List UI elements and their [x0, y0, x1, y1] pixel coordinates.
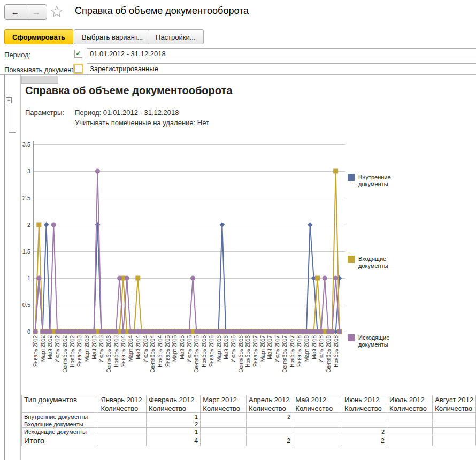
x-axis-tick-label: Январь 2014 [120, 335, 126, 367]
x-axis-tick-label: Ноябрь 2013 [113, 335, 119, 367]
x-axis-tick-label: Ноябрь 2017 [289, 335, 295, 367]
data-point-circle [113, 329, 118, 334]
value-cell[interactable] [293, 428, 342, 435]
data-point-circle [95, 169, 100, 174]
subcolumn-header[interactable]: Количество [293, 404, 342, 413]
value-cell[interactable]: 2 [246, 435, 293, 446]
params-label: Параметры: [25, 109, 64, 117]
x-axis-tick-label: Март 2018 [304, 335, 310, 362]
report-top-separator [0, 74, 476, 75]
value-cell[interactable] [293, 435, 342, 446]
value-cell[interactable]: 2 [147, 420, 201, 428]
value-cell[interactable]: 1 [147, 413, 201, 420]
period-input[interactable] [87, 48, 476, 59]
value-cell[interactable] [387, 435, 433, 446]
value-cell[interactable] [246, 420, 293, 428]
choose-variant-button[interactable]: Выбрать вариант... [74, 29, 151, 44]
x-axis-tick-label: Март 2017 [260, 335, 266, 362]
value-cell[interactable] [201, 413, 247, 420]
x-axis-tick-label: Январь 2018 [296, 335, 302, 367]
group-bracket [9, 103, 16, 133]
legend-label: Входящие [358, 256, 386, 262]
column-header[interactable]: Январь 2012 [98, 395, 147, 404]
data-point-circle [319, 329, 324, 334]
y-axis-tick-label: 1 [27, 275, 30, 281]
value-cell[interactable]: 2 [246, 413, 293, 420]
x-axis-tick-label: Январь 2015 [165, 335, 171, 367]
value-cell[interactable] [433, 435, 476, 446]
row-label[interactable]: Внутренние документы [22, 413, 98, 420]
value-cell[interactable] [246, 428, 293, 435]
settings-button[interactable]: Настройки... [148, 29, 204, 44]
generate-button[interactable]: Сформировать [4, 29, 73, 44]
x-axis-tick-label: Сентябрь 2014 [150, 335, 156, 373]
column-header[interactable]: Август 2012 [433, 395, 476, 404]
subcolumn-header[interactable]: Количество [387, 404, 433, 413]
value-cell[interactable] [387, 420, 433, 428]
column-header[interactable]: Апрель 2012 [246, 395, 293, 404]
column-header[interactable]: Февраль 2012 [147, 395, 201, 404]
column-header[interactable]: Март 2012 [201, 395, 247, 404]
value-cell[interactable] [293, 420, 342, 428]
value-cell[interactable] [293, 413, 342, 420]
value-cell[interactable] [98, 428, 147, 435]
x-axis-tick-label: Июль 2018 [318, 335, 324, 363]
row-label[interactable]: Исходящие документы [22, 428, 98, 435]
value-cell[interactable] [387, 428, 433, 435]
value-cell[interactable] [98, 413, 147, 420]
value-cell[interactable]: 2 [342, 428, 387, 435]
favorite-star-icon[interactable] [51, 5, 63, 17]
subcolumn-header[interactable]: Количество [98, 404, 147, 413]
value-cell[interactable] [201, 435, 247, 446]
period-checkbox[interactable]: ✓ [74, 50, 82, 58]
window-title: Справка об объеме документооборота [75, 5, 249, 17]
column-header[interactable]: Май 2012 [293, 395, 342, 404]
subcolumn-header[interactable]: Количество [433, 404, 476, 413]
selected-cell-marker[interactable] [21, 76, 58, 84]
column-header[interactable]: Июль 2012 [387, 395, 433, 404]
x-axis-tick-label: Июль 2012 [55, 335, 60, 363]
x-axis-tick-label: Июль 2016 [231, 335, 236, 363]
back-button[interactable]: ← [5, 5, 26, 19]
value-cell[interactable] [342, 420, 387, 428]
value-cell[interactable] [201, 420, 247, 428]
value-cell[interactable]: 1 [147, 428, 201, 435]
value-cell[interactable] [98, 420, 147, 428]
legend-label: Исходящие [358, 334, 389, 341]
show-documents-input[interactable] [87, 63, 476, 74]
row-label[interactable]: Входящие документы [22, 420, 98, 428]
column-header[interactable]: Июнь 2012 [342, 395, 387, 404]
value-cell[interactable]: 4 [147, 435, 201, 446]
forward-button[interactable]: → [26, 5, 47, 19]
group-collapse-button[interactable]: − [6, 97, 12, 103]
document-flow-chart[interactable]: 00.511.522.533.5Январь 2012Март 2012Май … [0, 134, 476, 393]
y-axis-tick-label: 3 [27, 168, 30, 174]
value-cell[interactable] [387, 413, 433, 420]
x-axis-tick-label: Ноябрь 2015 [201, 335, 207, 367]
report-window: ← → Справка об объеме документооборота С… [0, 0, 476, 460]
subcolumn-header[interactable]: Количество [147, 404, 201, 413]
value-cell[interactable] [433, 420, 476, 428]
data-point-circle [329, 329, 334, 334]
value-cell[interactable] [201, 428, 247, 435]
subcolumn-header[interactable]: Количество [246, 404, 293, 413]
x-axis-tick-label: Март 2014 [128, 335, 134, 362]
table-corner-header[interactable]: Тип документов [22, 395, 98, 413]
value-cell[interactable] [98, 435, 147, 446]
total-row-label[interactable]: Итого [22, 435, 98, 446]
legend-label: документы [358, 181, 388, 187]
data-point-square [36, 223, 41, 227]
value-cell[interactable]: 2 [342, 435, 387, 446]
x-axis-tick-label: Июль 2015 [187, 335, 193, 363]
subcolumn-header[interactable]: Количество [201, 404, 247, 413]
x-axis-tick-label: Май 2018 [311, 335, 317, 359]
show-documents-checkbox[interactable] [74, 65, 82, 73]
value-cell[interactable] [433, 428, 476, 435]
x-axis-tick-label: Май 2017 [267, 335, 273, 359]
value-cell[interactable] [342, 413, 387, 420]
subcolumn-header[interactable]: Количество [342, 404, 387, 413]
value-cell[interactable] [433, 413, 476, 420]
legend-label: документы [358, 263, 388, 269]
data-point-diamond [95, 222, 100, 227]
data-point-diamond [308, 222, 313, 227]
